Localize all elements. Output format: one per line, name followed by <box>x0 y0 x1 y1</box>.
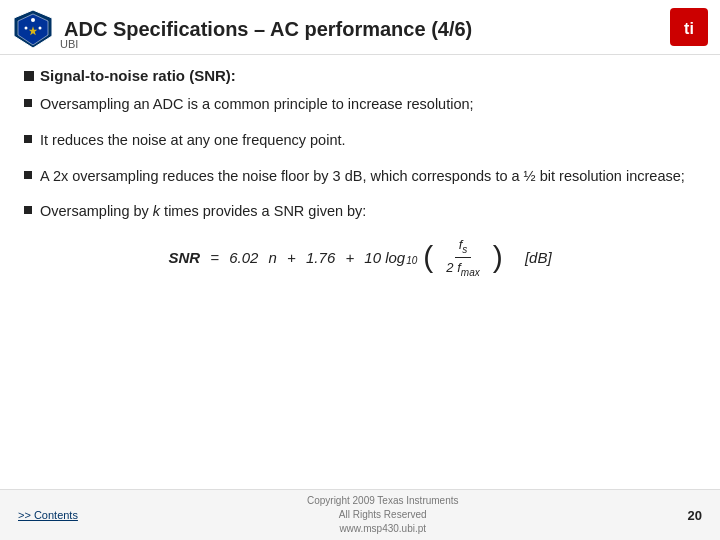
bullet-text-4: Oversampling by k times provides a SNR g… <box>40 201 696 223</box>
list-item: It reduces the noise at any one frequenc… <box>24 130 696 152</box>
snr-label: SNR <box>168 249 200 266</box>
logo-area <box>12 8 54 50</box>
open-paren-icon: ( <box>423 242 433 272</box>
main-content: Signal-to-noise ratio (SNR): Oversamplin… <box>0 55 720 301</box>
close-paren-icon: ) <box>493 242 503 272</box>
bullet-icon-2 <box>24 135 32 143</box>
section-title-text: Signal-to-noise ratio (SNR): <box>40 67 236 84</box>
log-subscript: 10 <box>406 255 417 266</box>
equals-sign: = <box>206 249 223 266</box>
plus2: + <box>341 249 358 266</box>
ti-logo-icon: ti <box>670 8 708 46</box>
plus1: + <box>283 249 300 266</box>
svg-point-4 <box>39 27 42 30</box>
n-var: n <box>264 249 277 266</box>
log-part: 10 log10 <box>364 249 417 266</box>
svg-text:ti: ti <box>684 20 694 37</box>
footer-copyright: Copyright 2009 Texas Instruments All Rig… <box>307 494 459 536</box>
bullet-text-2: It reduces the noise at any one frequenc… <box>40 130 696 152</box>
bullet-icon-3 <box>24 171 32 179</box>
copyright-line3: www.msp430.ubi.pt <box>307 522 459 536</box>
unit-label: [dB] <box>521 249 552 266</box>
k-variable: k <box>153 203 160 219</box>
bullet-text-3: A 2x oversampling reduces the noise floo… <box>40 166 696 188</box>
term2: 1.76 <box>306 249 335 266</box>
fraction: fs 2 fmax <box>442 237 483 277</box>
page-number: 20 <box>688 508 702 523</box>
header: ADC Specifications – AC performance (4/6… <box>0 0 720 55</box>
list-item: Oversampling an ADC is a common principl… <box>24 94 696 116</box>
svg-point-2 <box>31 18 35 22</box>
bullet-icon-1 <box>24 99 32 107</box>
formula-container: SNR = 6.02 n + 1.76 + 10 log10 ( fs 2 fm… <box>24 237 696 277</box>
section-bullet-icon <box>24 71 34 81</box>
copyright-line2: All Rights Reserved <box>307 508 459 522</box>
log-coeff: 10 log <box>364 249 405 266</box>
list-item: Oversampling by k times provides a SNR g… <box>24 201 696 223</box>
svg-point-3 <box>25 27 28 30</box>
ubi-shield-icon <box>12 8 54 50</box>
footer: >> Contents Copyright 2009 Texas Instrum… <box>0 489 720 540</box>
ubi-label: UBI <box>60 38 78 50</box>
fraction-numerator: fs <box>455 237 472 258</box>
section-title: Signal-to-noise ratio (SNR): <box>24 67 696 84</box>
list-item: A 2x oversampling reduces the noise floo… <box>24 166 696 188</box>
formula-area: SNR = 6.02 n + 1.76 + 10 log10 ( fs 2 fm… <box>24 237 696 277</box>
term1: 6.02 <box>229 249 258 266</box>
copyright-line1: Copyright 2009 Texas Instruments <box>307 494 459 508</box>
contents-link[interactable]: >> Contents <box>18 509 78 521</box>
bullet-text-1: Oversampling an ADC is a common principl… <box>40 94 696 116</box>
page-title: ADC Specifications – AC performance (4/6… <box>64 18 472 41</box>
fs-subscript: s <box>462 244 467 255</box>
fraction-denominator: 2 fmax <box>442 258 483 278</box>
bullet-list: Oversampling an ADC is a common principl… <box>24 94 696 223</box>
bullet-icon-4 <box>24 206 32 214</box>
fmax-subscript: max <box>461 266 480 277</box>
